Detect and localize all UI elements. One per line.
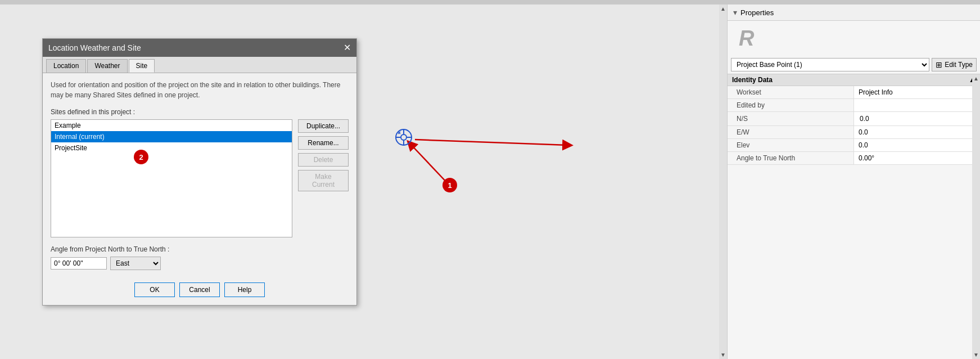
annotation-badge-2: 2 — [134, 150, 148, 164]
properties-selector-row: Project Base Point (1) ⊞ Edit Type — [728, 56, 980, 74]
ns-input[interactable] — [859, 114, 976, 123]
dialog-body: Used for orientation and position of the… — [43, 73, 356, 277]
canvas-area: Location Weather and Site ✕ Location Wea… — [0, 5, 727, 359]
table-row: Edited by — [728, 99, 980, 112]
list-item-projectsite[interactable]: ProjectSite — [51, 142, 292, 154]
prop-value-angle-north: 0.00° — [854, 152, 981, 165]
prop-label-edited-by: Edited by — [728, 99, 854, 112]
prop-value-elev: 0.0 — [854, 139, 981, 152]
main-area: Location Weather and Site ✕ Location Wea… — [0, 5, 980, 359]
table-row: Angle to True North 0.00° — [728, 152, 980, 165]
prop-label-angle-north: Angle to True North — [728, 152, 854, 165]
scroll-up-arrow[interactable]: ▲ — [720, 6, 726, 12]
prop-label-elev: Elev — [728, 139, 854, 152]
angle-inputs: East West — [51, 257, 349, 270]
identity-data-label: Identity Data — [732, 76, 773, 84]
angle-value-input[interactable] — [51, 257, 107, 270]
properties-panel: ▾ Properties R Project Base Point (1) ⊞ … — [727, 5, 980, 359]
prop-value-ns[interactable] — [854, 112, 981, 126]
duplicate-button[interactable]: Duplicate... — [298, 119, 349, 133]
properties-collapse-icon[interactable]: ▾ — [733, 8, 737, 17]
prop-scroll-up[interactable]: ▲ — [973, 75, 979, 82]
properties-table: Workset Project Info Edited by N/S — [728, 86, 980, 165]
table-row: Workset Project Info — [728, 86, 980, 99]
make-current-button[interactable]: Make Current — [298, 170, 349, 191]
identity-data-section-header: Identity Data ▲ — [728, 74, 980, 86]
revit-logo-area: R — [728, 21, 980, 56]
prop-label-workset: Workset — [728, 86, 854, 99]
prop-value-edited-by — [854, 99, 981, 112]
tab-weather[interactable]: Weather — [87, 59, 127, 73]
sites-list[interactable]: Example Internal (current) ProjectSite — [51, 119, 292, 237]
angle-section: Angle from Project North to True North :… — [51, 245, 349, 270]
prop-label-ew: E/W — [728, 126, 854, 139]
table-row: E/W 0.0 — [728, 126, 980, 139]
sites-container: Example Internal (current) ProjectSite D… — [51, 119, 349, 237]
prop-label-ns: N/S — [728, 112, 854, 126]
svg-point-3 — [401, 134, 407, 140]
properties-scrollbar[interactable]: ▲ ▼ — [972, 74, 980, 359]
dialog-description: Used for orientation and position of the… — [51, 80, 349, 100]
list-item-example[interactable]: Example — [51, 120, 292, 131]
list-item-internal[interactable]: Internal (current) — [51, 131, 292, 142]
prop-value-ew: 0.0 — [854, 126, 981, 139]
cancel-button[interactable]: Cancel — [179, 282, 220, 297]
edit-type-icon: ⊞ — [936, 60, 942, 69]
sites-action-buttons: Duplicate... Rename... Delete Make Curre… — [298, 119, 349, 191]
properties-panel-header: ▾ Properties — [728, 5, 980, 21]
dialog-title: Location Weather and Site — [48, 43, 141, 52]
angle-direction-select[interactable]: East West — [110, 257, 161, 270]
dialog-footer: OK Cancel Help — [43, 277, 356, 305]
properties-content: Identity Data ▲ Workset Project Info Edi… — [728, 74, 980, 359]
location-weather-site-dialog: Location Weather and Site ✕ Location Wea… — [42, 38, 357, 306]
scroll-down-arrow[interactable]: ▼ — [720, 352, 726, 358]
dialog-titlebar: Location Weather and Site ✕ — [43, 39, 356, 57]
prop-scroll-down[interactable]: ▼ — [973, 352, 979, 358]
help-button[interactable]: Help — [224, 282, 265, 297]
canvas-scrollbar[interactable]: ▲ ▼ — [719, 5, 727, 359]
tab-location[interactable]: Location — [46, 59, 86, 73]
tab-site[interactable]: Site — [129, 59, 155, 73]
crosshair-symbol — [394, 127, 414, 147]
edit-type-button[interactable]: ⊞ Edit Type — [932, 58, 977, 71]
edit-type-label: Edit Type — [945, 61, 973, 69]
properties-title: Properties — [740, 8, 774, 17]
top-bar — [0, 0, 980, 5]
dialog-tabs: Location Weather Site — [43, 57, 356, 73]
rename-button[interactable]: Rename... — [298, 136, 349, 150]
revit-logo: R — [733, 23, 974, 53]
table-row: Elev 0.0 — [728, 139, 980, 152]
annotation-badge-1: 1 — [442, 178, 457, 192]
ok-button[interactable]: OK — [134, 282, 175, 297]
properties-selector[interactable]: Project Base Point (1) — [731, 58, 929, 71]
table-row: N/S — [728, 112, 980, 126]
sites-section-label: Sites defined in this project : — [51, 108, 349, 116]
dialog-close-button[interactable]: ✕ — [344, 43, 351, 52]
prop-value-workset: Project Info — [854, 86, 981, 99]
angle-label: Angle from Project North to True North : — [51, 245, 349, 253]
svg-line-1 — [415, 140, 568, 145]
delete-button[interactable]: Delete — [298, 153, 349, 167]
